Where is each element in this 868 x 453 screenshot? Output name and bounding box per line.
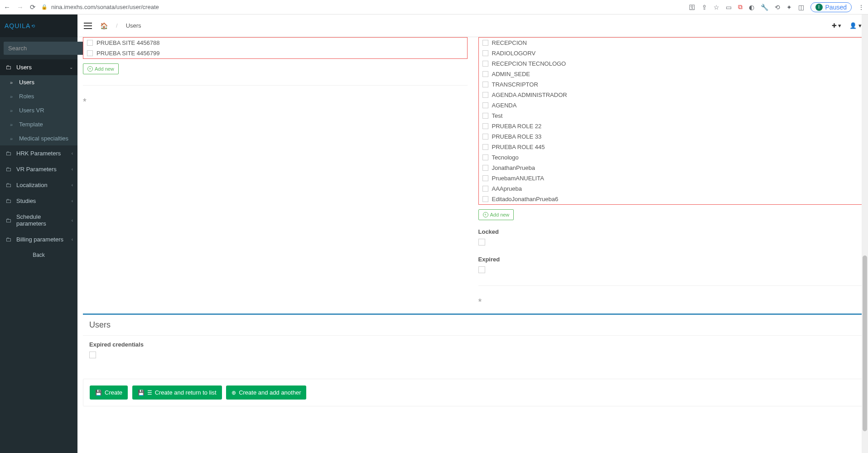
checkbox-icon[interactable] <box>482 82 488 87</box>
role-option[interactable]: JonathanPrueba <box>479 163 863 173</box>
sidebar-item-localization[interactable]: 🗀Localization‹ <box>0 177 77 193</box>
tag-icon[interactable]: ⧉ <box>738 3 743 11</box>
role-option[interactable]: Tecnologo <box>479 152 863 163</box>
role-option[interactable]: PRUEBA ROLE 33 <box>479 131 863 142</box>
panel-icon[interactable]: ◫ <box>798 4 804 11</box>
role-option[interactable]: RECEPCION <box>479 38 863 48</box>
checkbox-icon[interactable] <box>482 61 488 67</box>
sidebar-label: HRK Parameters <box>16 150 61 157</box>
sites-select-box[interactable]: PRUEBA SITE 4456788PRUEBA SITE 4456799 <box>83 37 468 59</box>
sidebar-item-vr[interactable]: 🗀VR Parameters‹ <box>0 161 77 177</box>
role-option[interactable]: PRUEBA ROLE 22 <box>479 121 863 131</box>
sidebar-subitem-roles[interactable]: »Roles <box>0 89 77 103</box>
folder-icon: 🗀 <box>5 64 13 71</box>
create-button[interactable]: 💾 Create <box>90 386 128 400</box>
browser-reload-icon[interactable]: ⟳ <box>30 3 36 11</box>
checkbox-icon[interactable] <box>482 102 488 108</box>
role-option[interactable]: RADIOLOGORV <box>479 48 863 58</box>
action-bar: 💾 Create 💾 ☰ Create and return to list ⊕… <box>83 379 863 406</box>
create-return-button[interactable]: 💾 ☰ Create and return to list <box>132 386 222 400</box>
share-icon[interactable]: ⇪ <box>702 4 707 11</box>
checkbox-icon[interactable] <box>482 186 488 192</box>
roles-select-box[interactable]: RECEPCIONRADIOLOGORVRECEPCION TECNOLOGOA… <box>478 37 863 205</box>
page-scrollbar[interactable] <box>862 14 868 453</box>
site-option-label: PRUEBA SITE 4456799 <box>96 50 159 57</box>
sidebar-item-schedule[interactable]: 🗀Schedule parameters‹ <box>0 209 77 231</box>
browser-forward-icon[interactable]: → <box>17 3 24 11</box>
sidebar-item-users[interactable]: 🗀 Users ⌄ <box>0 59 77 75</box>
checkbox-icon[interactable] <box>482 50 488 56</box>
role-option[interactable]: PruebamANUELITA <box>479 173 863 183</box>
role-option[interactable]: Test <box>479 111 863 121</box>
add-new-role-button[interactable]: + Add new <box>478 209 514 220</box>
role-option[interactable]: ADMIN_SEDE <box>479 69 863 79</box>
folder-icon: 🗀 <box>5 236 13 243</box>
role-option[interactable]: AAAprueba <box>479 183 863 194</box>
extensions-icon[interactable]: ✦ <box>786 4 792 11</box>
create-add-label: Create and add another <box>239 389 301 396</box>
site-option[interactable]: PRUEBA SITE 4456799 <box>83 48 467 58</box>
key-icon[interactable]: ⚿ <box>689 4 695 11</box>
browser-back-icon[interactable]: ← <box>4 3 10 11</box>
arrow-icon: » <box>10 122 16 127</box>
checkbox-icon[interactable] <box>482 134 488 140</box>
create-add-button[interactable]: ⊕ Create and add another <box>226 386 306 400</box>
expired-credentials-checkbox[interactable] <box>89 352 96 358</box>
browser-menu-icon[interactable]: ⋮ <box>858 4 864 11</box>
sidebar-back-button[interactable]: Back <box>0 247 77 263</box>
checkbox-icon[interactable] <box>482 154 488 160</box>
checkbox-icon[interactable] <box>482 40 488 46</box>
checkbox-icon[interactable] <box>482 92 488 98</box>
folder-icon: 🗀 <box>5 217 13 224</box>
checkbox-icon[interactable] <box>482 175 488 181</box>
expired-checkbox[interactable] <box>478 266 485 273</box>
logo-orbit-icon: ⟲ <box>31 24 35 29</box>
sidebar-item-hrk[interactable]: 🗀HRK Parameters‹ <box>0 145 77 161</box>
sidebar-item-studies[interactable]: 🗀Studies‹ <box>0 193 77 209</box>
sidebar-subitem-template[interactable]: »Template <box>0 117 77 131</box>
role-option[interactable]: EditadoJonathanPrueba6 <box>479 194 863 204</box>
sidebar-subitem-usersvr[interactable]: »Users VR <box>0 103 77 117</box>
sidebar-subitem-medical[interactable]: »Medical specialties <box>0 131 77 145</box>
role-option[interactable]: PRUEBA ROLE 445 <box>479 142 863 152</box>
wrench-icon[interactable]: 🔧 <box>761 4 768 11</box>
hamburger-icon[interactable] <box>84 23 92 29</box>
role-option[interactable]: AGENDA <box>479 100 863 111</box>
create-return-label: Create and return to list <box>155 389 217 396</box>
sidebar-item-billing[interactable]: 🗀Billing parameters‹ <box>0 231 77 247</box>
sidebar-subitem-users[interactable]: »Users <box>0 75 77 89</box>
locked-checkbox[interactable] <box>478 239 485 246</box>
breadcrumb-page[interactable]: Users <box>126 22 141 29</box>
checkbox-icon[interactable] <box>482 123 488 129</box>
checkbox-icon[interactable] <box>482 144 488 150</box>
window-icon[interactable]: ▭ <box>726 4 732 11</box>
sidebar-label: VR Parameters <box>16 166 57 173</box>
refresh-circle-icon[interactable]: ⟲ <box>775 4 780 11</box>
home-icon[interactable]: 🏠 <box>100 22 108 29</box>
circle-icon[interactable]: ◐ <box>749 4 754 11</box>
checkbox-icon[interactable] <box>482 165 488 171</box>
role-option[interactable]: RECEPCION TECNOLOGO <box>479 58 863 69</box>
sidebar-sub-label: Roles <box>19 93 34 100</box>
checkbox-icon[interactable] <box>482 71 488 77</box>
arrow-icon: » <box>10 108 16 113</box>
user-dropdown[interactable]: 👤 ▾ <box>849 22 862 29</box>
checkbox-icon[interactable] <box>482 113 488 119</box>
checkbox-icon[interactable] <box>87 50 93 56</box>
star-icon[interactable]: ☆ <box>714 4 719 11</box>
add-dropdown[interactable]: ✚ ▾ <box>832 22 842 29</box>
browser-chrome: ← → ⟳ 🔒 nina.imexhs.com/sonata/user/user… <box>0 0 868 14</box>
logo-text: AQUILA <box>5 22 30 29</box>
checkbox-icon[interactable] <box>482 196 488 202</box>
scrollbar-thumb[interactable] <box>863 255 867 431</box>
role-option[interactable]: TRANSCRIPTOR <box>479 79 863 90</box>
sidebar-search-input[interactable] <box>4 42 89 55</box>
site-option[interactable]: PRUEBA SITE 4456788 <box>83 38 467 48</box>
role-option[interactable]: AGENDA ADMINISTRADOR <box>479 90 863 100</box>
checkbox-icon[interactable] <box>87 40 93 46</box>
folder-icon: 🗀 <box>5 198 13 204</box>
profile-paused-button[interactable]: I Paused <box>810 2 852 12</box>
users-panel-title: Users <box>83 315 863 336</box>
add-new-site-button[interactable]: + Add new <box>83 63 119 74</box>
logo[interactable]: AQUILA ⟲ <box>0 14 77 37</box>
